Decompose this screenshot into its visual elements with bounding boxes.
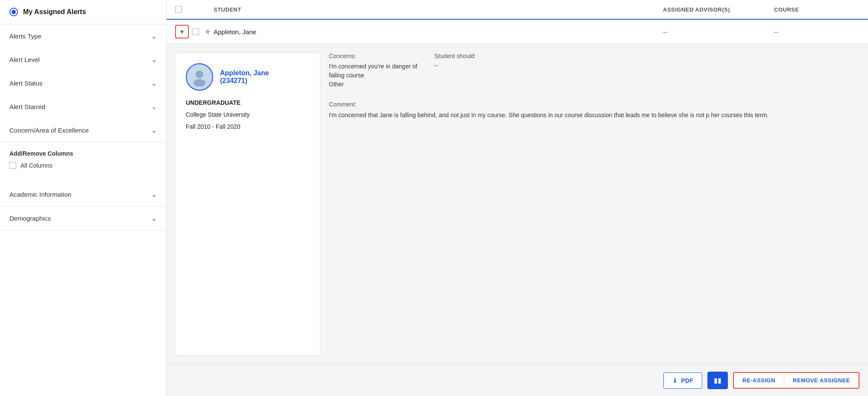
columns-section: Add/Remove Columns All Columns [0, 142, 166, 183]
student-card: Appleton, Jane (234271) UNDERGRADUATE Co… [175, 53, 320, 356]
concerns-label: Concerns: [329, 53, 417, 59]
remove-assignee-button[interactable]: REMOVE ASSIGNEE [784, 373, 859, 388]
sidebar-title: My Assigned Alerts [23, 8, 86, 16]
course-cell: -- [774, 28, 859, 35]
student-level: UNDERGRADUATE [186, 99, 240, 106]
chevron-down-icon: ⌄ [151, 56, 157, 64]
student-info-block: Appleton, Jane (234271) [220, 69, 269, 85]
column-group-demographics: Demographics ⌄ [0, 207, 166, 231]
chat-icon: ▮▮ [714, 376, 721, 384]
filter-alert-status[interactable]: Alert Status ⌄ [0, 71, 166, 95]
alert-details: Concerns: I'm concerned you're in danger… [329, 53, 859, 356]
all-columns-label: All Columns [21, 162, 53, 169]
th-student: STUDENT [214, 6, 663, 13]
filter-alert-starred[interactable]: Alert Starred ⌄ [0, 95, 166, 118]
column-demographics[interactable]: Demographics ⌄ [0, 207, 166, 230]
filter-alert-level[interactable]: Alert Level ⌄ [0, 48, 166, 71]
chevron-down-icon: ⌄ [151, 32, 157, 40]
student-institution: College State University [186, 111, 249, 118]
bottom-actions: ⇓ PDF ▮▮ RE-ASSIGN REMOVE ASSIGNEE [167, 364, 868, 396]
chevron-down-icon: ⌄ [151, 103, 157, 111]
concerns-value: I'm concerned you're in danger offailing… [329, 62, 417, 89]
download-icon: ⇓ [672, 377, 677, 384]
main-inner: STUDENT ASSIGNED ADVISOR(S) COURSE ▼ ★ A… [167, 0, 868, 396]
th-checkbox-area [175, 6, 214, 13]
concerns-block: Concerns: I'm concerned you're in danger… [329, 53, 417, 89]
alert-info-grid: Concerns: I'm concerned you're in danger… [329, 53, 859, 89]
row-dropdown-button[interactable]: ▼ [175, 25, 189, 38]
sidebar: My Assigned Alerts Alerts Type ⌄ Alert L… [0, 0, 167, 396]
svg-point-1 [194, 79, 205, 86]
reassign-remove-group: RE-ASSIGN REMOVE ASSIGNEE [733, 372, 859, 389]
column-group-academic: Academic Information ⌄ [0, 183, 166, 207]
all-columns-row: All Columns [9, 162, 157, 169]
row-checkbox[interactable] [192, 28, 199, 35]
th-course: COURSE [774, 6, 859, 13]
table-header: STUDENT ASSIGNED ADVISOR(S) COURSE [167, 0, 868, 20]
student-card-top: Appleton, Jane (234271) [186, 63, 269, 91]
filter-concern-area[interactable]: Concern/Area of Excellence ⌄ [0, 118, 166, 142]
svg-point-0 [196, 71, 203, 78]
star-icon[interactable]: ★ [204, 27, 211, 36]
main-content: STUDENT ASSIGNED ADVISOR(S) COURSE ▼ ★ A… [167, 0, 868, 396]
expanded-panel: Appleton, Jane (234271) UNDERGRADUATE Co… [167, 44, 868, 364]
student-should-block: Student should: -- [434, 53, 476, 89]
radio-selected-icon [9, 8, 18, 16]
chevron-down-icon: ⌄ [151, 126, 157, 134]
student-name-link[interactable]: Appleton, Jane (234271) [220, 69, 269, 85]
reassign-button[interactable]: RE-ASSIGN [734, 373, 784, 388]
table-row: ▼ ★ Appleton, Jane -- -- [167, 20, 868, 44]
comment-section: Comment: I'm concerned that Jane is fall… [329, 101, 859, 120]
comment-button[interactable]: ▮▮ [707, 372, 728, 389]
pdf-button[interactable]: ⇓ PDF [663, 372, 702, 389]
columns-title: Add/Remove Columns [9, 150, 157, 157]
avatar [186, 63, 213, 91]
chevron-down-icon: ⌄ [151, 79, 157, 87]
student-term: Fall 2010 - Fall 2020 [186, 123, 240, 130]
student-should-value: -- [434, 62, 476, 69]
student-should-label: Student should: [434, 53, 476, 59]
sidebar-header: My Assigned Alerts [0, 0, 166, 24]
all-columns-checkbox[interactable] [9, 162, 16, 169]
filter-alerts-type[interactable]: Alerts Type ⌄ [0, 24, 166, 48]
header-checkbox[interactable] [175, 6, 182, 13]
comment-text: I'm concerned that Jane is falling behin… [329, 110, 859, 120]
chevron-down-icon: ⌄ [151, 214, 157, 222]
student-name-cell[interactable]: Appleton, Jane [214, 28, 663, 35]
th-advisor: ASSIGNED ADVISOR(S) [663, 6, 774, 13]
filters-section: Alerts Type ⌄ Alert Level ⌄ Alert Status… [0, 24, 166, 142]
advisor-cell: -- [663, 28, 774, 35]
comment-label: Comment: [329, 101, 859, 108]
column-academic-information[interactable]: Academic Information ⌄ [0, 183, 166, 206]
chevron-down-icon: ⌄ [151, 190, 157, 198]
row-actions: ▼ ★ [175, 25, 214, 38]
